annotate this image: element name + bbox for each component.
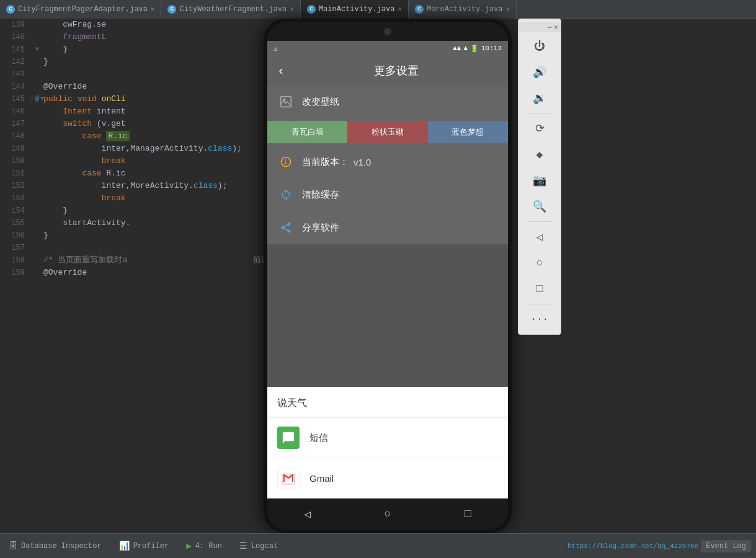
bottom-status-bar: 🗄 Database Inspector 📊 Profiler ▶ 4: Run… bbox=[0, 533, 756, 558]
tab-city-fragment-pager[interactable]: C CityFragmentPagerAdapter.java ✕ bbox=[0, 0, 161, 19]
gmail-icon bbox=[277, 467, 300, 489]
settings-wallpaper-item: 改变壁纸 bbox=[267, 86, 508, 118]
emu-zoom-button[interactable]: 🔍 bbox=[527, 194, 552, 219]
wallpaper-red-btn[interactable]: 粉状玉砌 bbox=[347, 121, 427, 143]
logcat-label: Logcat bbox=[251, 542, 278, 551]
emu-close-btn[interactable]: ✕ bbox=[554, 23, 558, 31]
signal-icon: ▲▲ bbox=[453, 45, 461, 52]
svg-line-8 bbox=[284, 224, 288, 226]
phone-nav-bar: ◁ ○ □ bbox=[267, 498, 508, 529]
arrow-indicator: ↑ bbox=[30, 93, 34, 105]
emu-rotate-button[interactable]: ⟳ bbox=[527, 116, 552, 141]
status-right: ▲▲ ▲ 🔋 10:13 bbox=[453, 45, 502, 53]
wallpaper-options-row: 青瓦白墙 粉状玉砌 蓝色梦想 bbox=[267, 121, 508, 143]
settings-share-item[interactable]: 分享软件 bbox=[267, 211, 508, 244]
phone-emulator: ⚠ ▲▲ ▲ 🔋 10:13 ‹ 更多设置 改变壁纸 bbox=[264, 19, 512, 533]
emu-recents-button[interactable]: □ bbox=[527, 277, 552, 301]
breakpoint-indicator: @ bbox=[35, 93, 39, 105]
nav-recents-button[interactable]: □ bbox=[465, 508, 471, 520]
java-file-icon-3: C bbox=[307, 5, 316, 14]
time-display: 10:13 bbox=[481, 45, 502, 52]
wifi-icon: ▲ bbox=[463, 45, 468, 52]
emulator-title-bar: — ✕ bbox=[518, 22, 561, 32]
java-file-icon-2: C bbox=[167, 5, 176, 14]
phone-screen: ⚠ ▲▲ ▲ 🔋 10:13 ‹ 更多设置 改变壁纸 bbox=[267, 41, 508, 498]
emulator-controls-panel: — ✕ ⏻ 🔊 🔉 ⟳ ◆ 📷 🔍 ◁ ○ □ ··· bbox=[518, 19, 561, 335]
event-log-btn[interactable]: Event Log bbox=[701, 540, 751, 552]
logcat-btn[interactable]: ☰ Logcat bbox=[236, 538, 282, 554]
logcat-icon: ☰ bbox=[239, 541, 247, 551]
wallpaper-blue-btn[interactable]: 蓝色梦想 bbox=[428, 121, 508, 143]
emu-separator-1 bbox=[527, 113, 553, 113]
java-file-icon: C bbox=[6, 5, 15, 14]
share-label: 分享软件 bbox=[302, 222, 339, 234]
battery-icon: 🔋 bbox=[470, 45, 479, 53]
settings-cache-item[interactable]: 清除缓存 bbox=[267, 179, 508, 211]
tab-label-3: MainActivity.java bbox=[319, 5, 394, 14]
settings-version-item: i 当前版本： v1.0 bbox=[267, 146, 508, 179]
svg-point-5 bbox=[282, 226, 285, 229]
tab-main-activity[interactable]: C MainActivity.java ✕ bbox=[301, 0, 409, 19]
tab-close-3[interactable]: ✕ bbox=[505, 5, 510, 13]
tab-close-2[interactable]: ✕ bbox=[398, 5, 402, 13]
profiler-icon: 📊 bbox=[119, 541, 130, 551]
sms-icon bbox=[277, 427, 300, 449]
emu-home-button[interactable]: ○ bbox=[527, 250, 552, 275]
toolbar-back-button[interactable]: ‹ bbox=[277, 64, 285, 78]
app-toolbar: ‹ 更多设置 bbox=[267, 56, 508, 86]
profiler-label: Profiler bbox=[133, 542, 169, 551]
database-icon: 🗄 bbox=[9, 541, 17, 551]
cache-label: 清除缓存 bbox=[302, 189, 339, 201]
share-icon bbox=[277, 219, 295, 236]
svg-point-6 bbox=[288, 229, 291, 232]
emu-power-button[interactable]: ⏻ bbox=[527, 33, 552, 58]
tab-label-2: CityWeatherFragment.java bbox=[179, 5, 287, 14]
run-label: 4: Run bbox=[195, 542, 222, 551]
emu-camera-button[interactable]: 📷 bbox=[527, 168, 552, 193]
tab-bar: C CityFragmentPagerAdapter.java ✕ C City… bbox=[0, 0, 756, 19]
version-icon: i bbox=[277, 153, 295, 170]
tab-close-1[interactable]: ✕ bbox=[290, 5, 294, 13]
svg-text:i: i bbox=[284, 159, 287, 166]
sms-label: 短信 bbox=[309, 432, 328, 444]
nav-home-button[interactable]: ○ bbox=[385, 508, 391, 520]
gmail-label: Gmail bbox=[309, 473, 334, 484]
tab-label-4: MoreActivity.java bbox=[427, 5, 502, 14]
bottom-right-area: https://blog.csdn.net/qq_422576e Event L… bbox=[567, 540, 751, 552]
emu-minimize-btn[interactable]: — bbox=[548, 24, 552, 31]
cache-icon bbox=[277, 186, 295, 203]
wallpaper-icon bbox=[277, 93, 295, 110]
toolbar-title: 更多设置 bbox=[295, 63, 498, 78]
database-inspector-btn[interactable]: 🗄 Database Inspector bbox=[5, 539, 105, 554]
emu-back-button[interactable]: ◁ bbox=[527, 224, 552, 249]
tab-more-activity[interactable]: C MoreActivity.java ✕ bbox=[409, 0, 517, 19]
tab-label: CityFragmentPagerAdapter.java bbox=[18, 5, 148, 14]
tab-city-weather-fragment[interactable]: C CityWeatherFragment.java ✕ bbox=[161, 0, 300, 19]
run-btn[interactable]: ▶ 4: Run bbox=[182, 538, 226, 554]
tab-close-0[interactable]: ✕ bbox=[151, 5, 155, 13]
settings-area: 改变壁纸 青瓦白墙 粉状玉砌 蓝色梦想 i 当前版本： v1 bbox=[267, 86, 508, 244]
version-label: 当前版本： bbox=[302, 156, 349, 168]
run-icon: ▶ bbox=[186, 541, 191, 551]
emu-separator-3 bbox=[527, 304, 553, 304]
wallpaper-label: 改变壁纸 bbox=[302, 96, 339, 108]
csdn-link[interactable]: https://blog.csdn.net/qq_422576e bbox=[567, 542, 698, 550]
version-value: v1.0 bbox=[354, 157, 371, 167]
svg-line-7 bbox=[284, 228, 288, 230]
emu-screenshot-button[interactable]: ◆ bbox=[527, 142, 552, 167]
database-inspector-label: Database Inspector bbox=[21, 542, 102, 551]
profiler-btn[interactable]: 📊 Profiler bbox=[115, 538, 173, 554]
emu-volume-down-button[interactable]: 🔉 bbox=[527, 86, 552, 110]
emu-volume-up-button[interactable]: 🔊 bbox=[527, 60, 552, 84]
share-sheet-title: 说天气 bbox=[267, 397, 508, 418]
warning-icon: ⚠ bbox=[273, 45, 278, 53]
phone-top-bar bbox=[267, 22, 508, 41]
wallpaper-green-btn[interactable]: 青瓦白墙 bbox=[267, 121, 347, 143]
emu-separator-2 bbox=[527, 221, 553, 222]
java-file-icon-4: C bbox=[415, 5, 424, 14]
share-option-sms[interactable]: 短信 bbox=[267, 418, 508, 458]
nav-back-button[interactable]: ◁ bbox=[304, 507, 311, 521]
emu-more-button[interactable]: ··· bbox=[527, 307, 552, 332]
svg-point-4 bbox=[288, 223, 291, 226]
share-option-gmail[interactable]: Gmail bbox=[267, 458, 508, 498]
